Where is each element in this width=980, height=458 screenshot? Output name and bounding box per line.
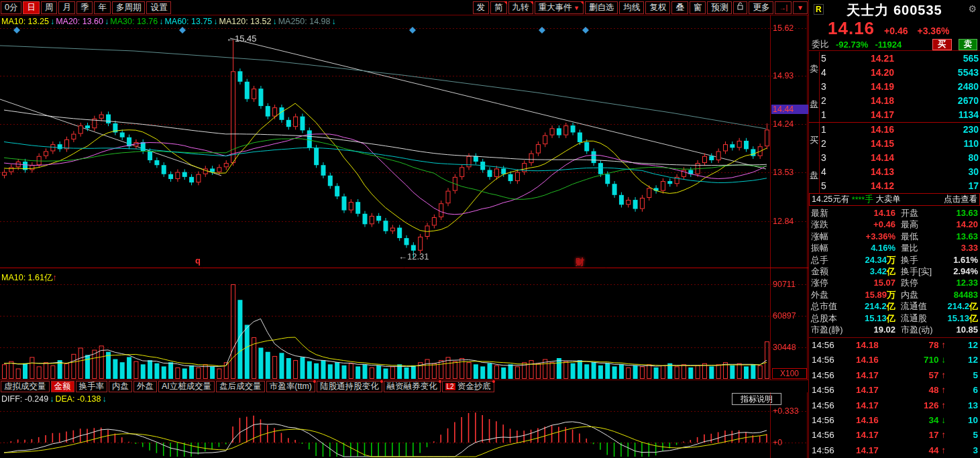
- side-char: 卖: [810, 63, 818, 75]
- indicator-tab-陆股通持股变化[interactable]: 陆股通持股变化: [317, 381, 382, 392]
- ask-side-label: 卖盘: [809, 52, 820, 122]
- menu-item-删自选[interactable]: 删自选: [585, 1, 618, 14]
- indicator-tab-市盈率(ttm)[interactable]: 市盈率(ttm): [266, 381, 315, 392]
- tick-row[interactable]: 14:5614.16710 ↓12: [809, 353, 980, 367]
- buy-button[interactable]: 买: [932, 39, 952, 50]
- stat-value: +3.36%: [855, 231, 895, 242]
- indicator-tab-虚拟成交量[interactable]: 虚拟成交量: [1, 381, 50, 392]
- stat-unit: 亿: [887, 266, 895, 276]
- down-arrow-icon: ↓: [50, 394, 54, 404]
- tick-row[interactable]: 14:5614.1748 ↑6: [809, 383, 980, 398]
- tick-count: 10: [946, 413, 980, 428]
- ask-row[interactable]: 414.205543: [820, 66, 980, 80]
- indicator-tab-资金抄底[interactable]: L2资金抄底: [442, 381, 494, 392]
- menu-item-叠[interactable]: 叠: [671, 1, 688, 14]
- stat-label: 涨幅: [809, 231, 855, 242]
- new-dot-icon: [439, 380, 441, 383]
- tick-row[interactable]: 14:5614.1744 ↑3: [809, 443, 980, 458]
- last-price: 14.16: [828, 18, 875, 39]
- tick-row[interactable]: 14:5614.1757 ↑5: [809, 368, 980, 383]
- menu-item-预测[interactable]: 预测: [707, 1, 732, 14]
- period-tab-0分[interactable]: 0分: [1, 1, 21, 14]
- sell-button[interactable]: 卖: [959, 39, 978, 50]
- menu-item-发[interactable]: 发: [473, 1, 490, 14]
- period-tab-设置[interactable]: 设置: [146, 1, 171, 14]
- stat-value: 13.63: [948, 231, 980, 242]
- ask-row[interactable]: 314.192480: [820, 80, 980, 94]
- stat-value: 14.16: [855, 207, 895, 219]
- menu-item-重大事件[interactable]: 重大事件 ▼: [535, 1, 584, 14]
- menu-item-均线[interactable]: 均线: [619, 1, 644, 14]
- tick-row[interactable]: 14:5614.1717 ↑5: [809, 428, 980, 443]
- tick-list: 14:5614.1878 ↑1214:5614.16710 ↓1214:5614…: [809, 337, 980, 458]
- tick-time: 14:56: [809, 383, 845, 398]
- level-volume: 80: [930, 151, 980, 165]
- ma-label: MA10: 13.25: [1, 17, 49, 26]
- price-change: +0.46: [884, 25, 908, 36]
- chart-area: MA10: 13.25↓MA20: 13.60↓MA30: 13.76↓MA60…: [0, 0, 808, 458]
- level-price: 14.17: [834, 108, 930, 122]
- tick-row[interactable]: 14:5614.17126 ↑13: [809, 398, 980, 413]
- indicator-tab-外盘[interactable]: 外盘: [133, 381, 157, 392]
- bid-row[interactable]: 514.1217: [820, 179, 980, 193]
- ask-row[interactable]: 114.171134: [820, 108, 980, 122]
- tick-count: 5: [946, 428, 980, 443]
- volume-axis-label: 30448: [773, 343, 806, 352]
- big-order-alert[interactable]: 14.25元有 ****手 大卖单点击查看: [809, 193, 980, 206]
- level-volume: 30: [930, 165, 980, 179]
- tick-row[interactable]: 14:5614.1634 ↓10: [809, 413, 980, 428]
- stock-title: 天士力 600535: [809, 1, 980, 19]
- down-arrow-icon: ↓: [272, 17, 276, 26]
- level-price: 14.14: [834, 151, 930, 165]
- tab-arrow-icon[interactable]: →|: [775, 1, 792, 14]
- indicator-tab-AI立桩成交量[interactable]: AI立桩成交量: [158, 381, 215, 392]
- menu-item-九转[interactable]: 九转: [508, 1, 533, 14]
- chart-annotation: 财: [576, 256, 584, 268]
- indicator-tab-金额[interactable]: 金额: [51, 381, 74, 392]
- side-char: 盘: [810, 99, 818, 111]
- tick-volume: 126 ↑: [889, 398, 946, 413]
- stat-label: 涨停: [809, 277, 855, 288]
- period-tab-季[interactable]: 季: [76, 1, 93, 14]
- period-tab-多周期[interactable]: 多周期: [112, 1, 146, 14]
- ask-side: 卖盘514.21565414.205543314.192480214.18267…: [809, 52, 980, 122]
- level-price: 14.16: [834, 123, 930, 137]
- period-tab-周[interactable]: 周: [41, 1, 58, 14]
- menu-item-复权[interactable]: 复权: [645, 1, 670, 14]
- bid-row[interactable]: 214.15110: [820, 137, 980, 151]
- bid-row[interactable]: 314.1480: [820, 151, 980, 165]
- gear-icon[interactable]: ⚙: [968, 3, 977, 14]
- caret-down-icon[interactable]: ▼: [793, 1, 808, 14]
- indicator-tab-融资融券变化[interactable]: 融资融券变化: [384, 381, 441, 392]
- stat-label: 总手: [809, 254, 855, 266]
- indicator-tab-内盘[interactable]: 内盘: [109, 381, 132, 392]
- level-number: 3: [820, 80, 834, 94]
- menu-item-更多[interactable]: 更多: [749, 1, 773, 14]
- indicator-tab-换手率[interactable]: 换手率: [76, 381, 108, 392]
- stat-value: 214.2亿: [855, 300, 895, 312]
- stat-value: 15.89万: [855, 289, 895, 300]
- period-tab-年[interactable]: 年: [94, 1, 111, 14]
- level-number: 5: [820, 179, 834, 193]
- bid-row[interactable]: 414.1330: [820, 165, 980, 179]
- lock-icon[interactable]: [733, 1, 747, 14]
- period-tab-日[interactable]: 日: [23, 1, 40, 14]
- stat-label: 市盈(动): [895, 324, 948, 335]
- alert-segment: 手: [865, 194, 875, 205]
- tick-price: 14.16: [845, 353, 889, 367]
- stat-label: 换手: [895, 254, 948, 266]
- down-arrow-icon: ↓: [105, 17, 109, 26]
- menu-item-窗[interactable]: 窗: [690, 1, 706, 14]
- indicator-tab-盘后成交量[interactable]: 盘后成交量: [216, 381, 265, 392]
- indicator-help-button[interactable]: 指标说明: [732, 393, 781, 405]
- period-tab-月[interactable]: 月: [58, 1, 75, 14]
- bid-row[interactable]: 114.16230: [820, 123, 980, 137]
- ask-row[interactable]: 214.182670: [820, 94, 980, 108]
- side-char: 盘: [810, 170, 818, 182]
- volume-ma-label: MA10: 1.61亿↑: [1, 272, 57, 284]
- menu-item-简[interactable]: 简: [490, 1, 507, 14]
- down-arrow-icon: ↓: [941, 415, 946, 425]
- ask-row[interactable]: 514.21565: [820, 52, 980, 66]
- tick-time: 14:56: [809, 443, 845, 458]
- tick-row[interactable]: 14:5614.1878 ↑12: [809, 338, 980, 353]
